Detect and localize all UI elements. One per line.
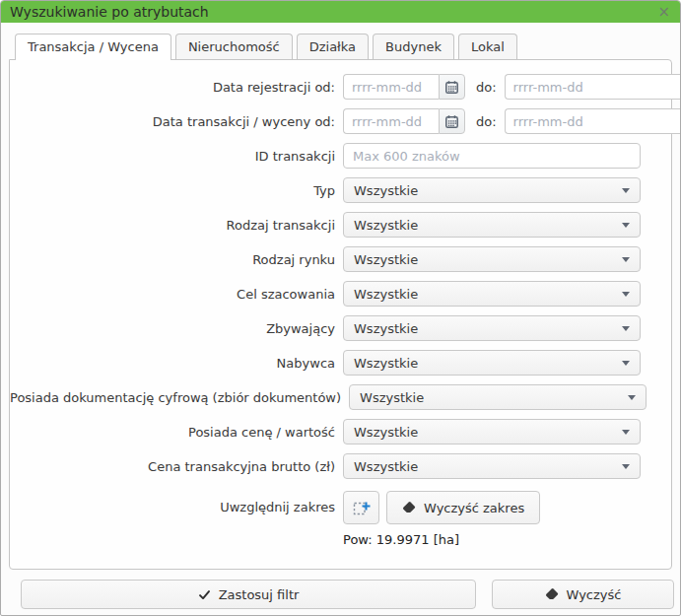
field-label: Posiada dokumentację cyfrową (zbiór doku…: [10, 390, 349, 405]
field-label: Rodzaj transakcji: [10, 218, 343, 233]
form-row-nabywca: Nabywca Wszystkie: [10, 350, 671, 376]
form-row-cena-brutto: Cena transakcyjna brutto (zł) Wszystkie: [10, 453, 671, 479]
form-row-data-transakcji-wyceny: Data transakcji / wyceny od:: [10, 108, 671, 134]
select-value: Wszystkie: [354, 218, 622, 233]
form-row-uwzglednij-zakres: Uwzględnij zakres: [10, 491, 671, 547]
field-label: Uwzględnij zakres: [10, 491, 343, 514]
clear-extent-label: Wyczyść zakres: [424, 501, 524, 515]
field-label: Zbywający: [10, 321, 343, 336]
select-value: Wszystkie: [354, 356, 622, 371]
apply-filter-label: Zastosuj filtr: [219, 587, 300, 602]
chevron-down-icon: [622, 292, 630, 297]
typ-select[interactable]: Wszystkie: [343, 177, 641, 203]
select-value: Wszystkie: [354, 287, 622, 302]
dialog-title: Wyszukiwanie po atrybutach: [10, 1, 655, 23]
calendar-button[interactable]: [439, 108, 465, 134]
select-value: Wszystkie: [360, 390, 628, 405]
data-transakcji-od-input[interactable]: [343, 108, 439, 134]
date-group: [343, 108, 465, 134]
calendar-icon: [444, 114, 459, 129]
rodzaj-rynku-select[interactable]: Wszystkie: [343, 246, 641, 272]
field-label: Data transakcji / wyceny od:: [10, 114, 343, 129]
select-extent-button[interactable]: [343, 491, 379, 524]
do-label: do:: [476, 114, 497, 129]
field-label: Rodzaj rynku: [10, 252, 343, 267]
tab-nieruchomosc[interactable]: Nieruchomość: [175, 34, 293, 59]
tab-lokal[interactable]: Lokal: [458, 34, 517, 59]
area-value: Pow: 19.9971 [ha]: [343, 532, 641, 547]
search-by-attributes-dialog: Wyszukiwanie po atrybutach × Transakcja …: [0, 0, 681, 616]
field-label: Cel szacowania: [10, 287, 343, 302]
form-row-dokumentacja-cyfrowa: Posiada dokumentację cyfrową (zbiór doku…: [10, 384, 671, 410]
cena-brutto-select[interactable]: Wszystkie: [343, 453, 641, 479]
do-label: do:: [476, 80, 497, 95]
nabywca-select[interactable]: Wszystkie: [343, 350, 641, 376]
date-group: [505, 74, 681, 100]
apply-filter-button[interactable]: Zastosuj filtr: [21, 580, 476, 609]
eraser-icon: [402, 501, 416, 514]
chevron-down-icon: [622, 430, 630, 435]
chevron-down-icon: [622, 464, 630, 469]
tab-dzialka[interactable]: Działka: [297, 34, 369, 59]
clear-filter-button[interactable]: Wyczyść: [492, 580, 674, 609]
titlebar: Wyszukiwanie po atrybutach ×: [1, 1, 680, 23]
dialog-footer: Zastosuj filtr Wyczyść: [1, 570, 680, 609]
field-label: Posiada cenę / wartość: [10, 425, 343, 440]
id-transakcji-input[interactable]: [343, 143, 641, 169]
chevron-down-icon: [628, 395, 636, 400]
check-icon: [198, 588, 211, 601]
select-value: Wszystkie: [354, 183, 622, 198]
field-label: ID transakcji: [10, 149, 343, 164]
date-group: [505, 108, 681, 134]
data-rejestracji-od-input[interactable]: [343, 74, 439, 100]
chevron-down-icon: [622, 361, 630, 366]
dokumentacja-cyfrowa-select[interactable]: Wszystkie: [349, 384, 647, 410]
close-icon[interactable]: ×: [655, 1, 672, 23]
chevron-down-icon: [622, 257, 630, 262]
calendar-button[interactable]: [439, 74, 465, 100]
chevron-down-icon: [622, 326, 630, 331]
select-value: Wszystkie: [354, 321, 622, 336]
calendar-icon: [444, 80, 459, 95]
chevron-down-icon: [622, 188, 630, 193]
tab-bar: Transakcja / Wycena Nieruchomość Działka…: [15, 34, 672, 59]
form-row-rodzaj-transakcji: Rodzaj transakcji Wszystkie: [10, 212, 671, 238]
form-row-id-transakcji: ID transakcji: [10, 143, 671, 169]
tab-panel-transakcja-wycena: Data rejestracji od:: [9, 59, 672, 570]
select-area-icon: [352, 498, 372, 517]
tab-transakcja-wycena[interactable]: Transakcja / Wycena: [15, 34, 171, 60]
date-group: [343, 74, 465, 100]
form-row-rodzaj-rynku: Rodzaj rynku Wszystkie: [10, 246, 671, 272]
select-value: Wszystkie: [354, 459, 622, 474]
chevron-down-icon: [622, 223, 630, 228]
field-label: Typ: [10, 183, 343, 198]
form-row-cel-szacowania: Cel szacowania Wszystkie: [10, 281, 671, 307]
select-value: Wszystkie: [354, 425, 622, 440]
data-rejestracji-do-input[interactable]: [505, 74, 681, 100]
posiada-cene-select[interactable]: Wszystkie: [343, 419, 641, 445]
field-label: Nabywca: [10, 356, 343, 371]
rodzaj-transakcji-select[interactable]: Wszystkie: [343, 212, 641, 238]
field-label: Cena transakcyjna brutto (zł): [10, 459, 343, 474]
form-row-data-rejestracji: Data rejestracji od:: [10, 74, 671, 100]
form-row-typ: Typ Wszystkie: [10, 177, 671, 203]
zbywajacy-select[interactable]: Wszystkie: [343, 315, 641, 341]
eraser-icon: [545, 587, 559, 601]
cel-szacowania-select[interactable]: Wszystkie: [343, 281, 641, 307]
clear-filter-label: Wyczyść: [567, 587, 622, 602]
data-transakcji-do-input[interactable]: [505, 108, 681, 134]
field-label: Data rejestracji od:: [10, 80, 343, 95]
clear-extent-button[interactable]: Wyczyść zakres: [386, 491, 540, 524]
tab-budynek[interactable]: Budynek: [373, 34, 454, 59]
form-row-posiada-cene: Posiada cenę / wartość Wszystkie: [10, 419, 671, 445]
form-row-zbywajacy: Zbywający Wszystkie: [10, 315, 671, 341]
select-value: Wszystkie: [354, 252, 622, 267]
